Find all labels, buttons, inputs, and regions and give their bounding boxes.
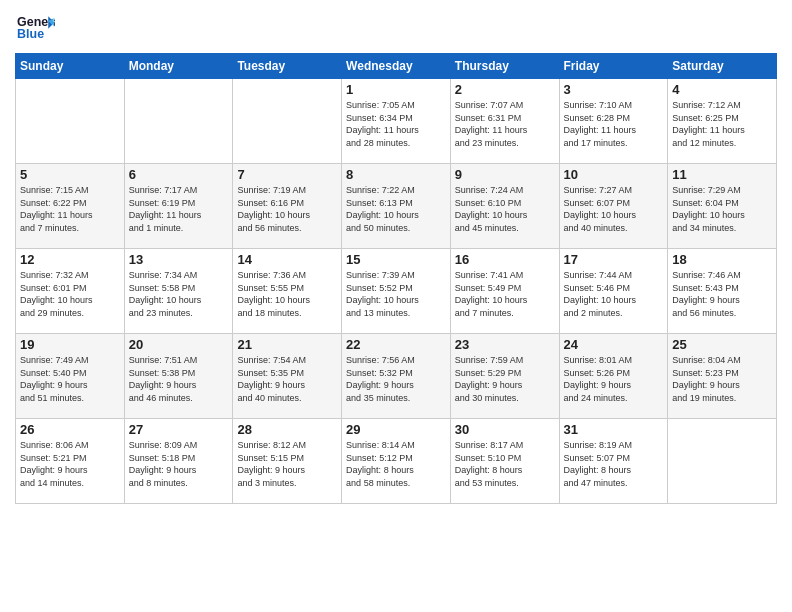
day-number: 8 bbox=[346, 167, 446, 182]
day-info: Sunrise: 7:49 AM Sunset: 5:40 PM Dayligh… bbox=[20, 354, 120, 404]
day-info: Sunrise: 7:12 AM Sunset: 6:25 PM Dayligh… bbox=[672, 99, 772, 149]
day-info: Sunrise: 8:06 AM Sunset: 5:21 PM Dayligh… bbox=[20, 439, 120, 489]
day-number: 6 bbox=[129, 167, 229, 182]
calendar-cell: 28Sunrise: 8:12 AM Sunset: 5:15 PM Dayli… bbox=[233, 419, 342, 504]
day-number: 28 bbox=[237, 422, 337, 437]
week-row-1: 1Sunrise: 7:05 AM Sunset: 6:34 PM Daylig… bbox=[16, 79, 777, 164]
day-number: 16 bbox=[455, 252, 555, 267]
day-info: Sunrise: 7:17 AM Sunset: 6:19 PM Dayligh… bbox=[129, 184, 229, 234]
day-number: 5 bbox=[20, 167, 120, 182]
day-info: Sunrise: 8:01 AM Sunset: 5:26 PM Dayligh… bbox=[564, 354, 664, 404]
calendar-cell bbox=[16, 79, 125, 164]
svg-text:Blue: Blue bbox=[17, 27, 44, 41]
day-number: 20 bbox=[129, 337, 229, 352]
day-info: Sunrise: 7:32 AM Sunset: 6:01 PM Dayligh… bbox=[20, 269, 120, 319]
calendar-cell: 5Sunrise: 7:15 AM Sunset: 6:22 PM Daylig… bbox=[16, 164, 125, 249]
calendar-cell: 20Sunrise: 7:51 AM Sunset: 5:38 PM Dayli… bbox=[124, 334, 233, 419]
week-row-3: 12Sunrise: 7:32 AM Sunset: 6:01 PM Dayli… bbox=[16, 249, 777, 334]
calendar-cell: 17Sunrise: 7:44 AM Sunset: 5:46 PM Dayli… bbox=[559, 249, 668, 334]
day-info: Sunrise: 7:41 AM Sunset: 5:49 PM Dayligh… bbox=[455, 269, 555, 319]
day-number: 7 bbox=[237, 167, 337, 182]
weekday-header-tuesday: Tuesday bbox=[233, 54, 342, 79]
day-number: 12 bbox=[20, 252, 120, 267]
day-number: 24 bbox=[564, 337, 664, 352]
calendar-cell: 29Sunrise: 8:14 AM Sunset: 5:12 PM Dayli… bbox=[342, 419, 451, 504]
day-number: 27 bbox=[129, 422, 229, 437]
weekday-header-thursday: Thursday bbox=[450, 54, 559, 79]
day-info: Sunrise: 7:19 AM Sunset: 6:16 PM Dayligh… bbox=[237, 184, 337, 234]
calendar-container: General Blue SundayMondayTuesdayWednesda… bbox=[0, 0, 792, 509]
weekday-header-wednesday: Wednesday bbox=[342, 54, 451, 79]
calendar-cell: 21Sunrise: 7:54 AM Sunset: 5:35 PM Dayli… bbox=[233, 334, 342, 419]
calendar-cell: 1Sunrise: 7:05 AM Sunset: 6:34 PM Daylig… bbox=[342, 79, 451, 164]
day-number: 3 bbox=[564, 82, 664, 97]
day-info: Sunrise: 7:27 AM Sunset: 6:07 PM Dayligh… bbox=[564, 184, 664, 234]
day-number: 10 bbox=[564, 167, 664, 182]
week-row-2: 5Sunrise: 7:15 AM Sunset: 6:22 PM Daylig… bbox=[16, 164, 777, 249]
day-number: 19 bbox=[20, 337, 120, 352]
calendar-cell: 7Sunrise: 7:19 AM Sunset: 6:16 PM Daylig… bbox=[233, 164, 342, 249]
day-number: 30 bbox=[455, 422, 555, 437]
day-info: Sunrise: 8:17 AM Sunset: 5:10 PM Dayligh… bbox=[455, 439, 555, 489]
day-info: Sunrise: 7:44 AM Sunset: 5:46 PM Dayligh… bbox=[564, 269, 664, 319]
calendar-cell: 14Sunrise: 7:36 AM Sunset: 5:55 PM Dayli… bbox=[233, 249, 342, 334]
logo-icon: General Blue bbox=[15, 10, 55, 45]
calendar-cell: 10Sunrise: 7:27 AM Sunset: 6:07 PM Dayli… bbox=[559, 164, 668, 249]
calendar-cell: 4Sunrise: 7:12 AM Sunset: 6:25 PM Daylig… bbox=[668, 79, 777, 164]
day-info: Sunrise: 7:24 AM Sunset: 6:10 PM Dayligh… bbox=[455, 184, 555, 234]
week-row-5: 26Sunrise: 8:06 AM Sunset: 5:21 PM Dayli… bbox=[16, 419, 777, 504]
day-number: 13 bbox=[129, 252, 229, 267]
calendar-cell: 11Sunrise: 7:29 AM Sunset: 6:04 PM Dayli… bbox=[668, 164, 777, 249]
day-info: Sunrise: 7:51 AM Sunset: 5:38 PM Dayligh… bbox=[129, 354, 229, 404]
weekday-header-sunday: Sunday bbox=[16, 54, 125, 79]
day-number: 15 bbox=[346, 252, 446, 267]
calendar-cell: 9Sunrise: 7:24 AM Sunset: 6:10 PM Daylig… bbox=[450, 164, 559, 249]
day-info: Sunrise: 7:22 AM Sunset: 6:13 PM Dayligh… bbox=[346, 184, 446, 234]
day-number: 14 bbox=[237, 252, 337, 267]
calendar-cell: 24Sunrise: 8:01 AM Sunset: 5:26 PM Dayli… bbox=[559, 334, 668, 419]
calendar-cell: 31Sunrise: 8:19 AM Sunset: 5:07 PM Dayli… bbox=[559, 419, 668, 504]
day-info: Sunrise: 7:56 AM Sunset: 5:32 PM Dayligh… bbox=[346, 354, 446, 404]
day-number: 21 bbox=[237, 337, 337, 352]
calendar-cell bbox=[668, 419, 777, 504]
calendar-cell: 18Sunrise: 7:46 AM Sunset: 5:43 PM Dayli… bbox=[668, 249, 777, 334]
calendar-cell: 13Sunrise: 7:34 AM Sunset: 5:58 PM Dayli… bbox=[124, 249, 233, 334]
day-number: 11 bbox=[672, 167, 772, 182]
calendar-cell: 30Sunrise: 8:17 AM Sunset: 5:10 PM Dayli… bbox=[450, 419, 559, 504]
calendar-cell: 26Sunrise: 8:06 AM Sunset: 5:21 PM Dayli… bbox=[16, 419, 125, 504]
day-number: 1 bbox=[346, 82, 446, 97]
calendar-cell: 19Sunrise: 7:49 AM Sunset: 5:40 PM Dayli… bbox=[16, 334, 125, 419]
calendar-cell: 3Sunrise: 7:10 AM Sunset: 6:28 PM Daylig… bbox=[559, 79, 668, 164]
day-info: Sunrise: 8:04 AM Sunset: 5:23 PM Dayligh… bbox=[672, 354, 772, 404]
calendar-cell: 6Sunrise: 7:17 AM Sunset: 6:19 PM Daylig… bbox=[124, 164, 233, 249]
day-info: Sunrise: 7:15 AM Sunset: 6:22 PM Dayligh… bbox=[20, 184, 120, 234]
calendar-cell: 27Sunrise: 8:09 AM Sunset: 5:18 PM Dayli… bbox=[124, 419, 233, 504]
day-info: Sunrise: 7:36 AM Sunset: 5:55 PM Dayligh… bbox=[237, 269, 337, 319]
day-number: 4 bbox=[672, 82, 772, 97]
calendar-table: SundayMondayTuesdayWednesdayThursdayFrid… bbox=[15, 53, 777, 504]
header: General Blue bbox=[15, 10, 777, 45]
day-info: Sunrise: 7:54 AM Sunset: 5:35 PM Dayligh… bbox=[237, 354, 337, 404]
day-info: Sunrise: 7:46 AM Sunset: 5:43 PM Dayligh… bbox=[672, 269, 772, 319]
week-row-4: 19Sunrise: 7:49 AM Sunset: 5:40 PM Dayli… bbox=[16, 334, 777, 419]
day-number: 31 bbox=[564, 422, 664, 437]
day-number: 26 bbox=[20, 422, 120, 437]
calendar-cell bbox=[124, 79, 233, 164]
calendar-cell: 8Sunrise: 7:22 AM Sunset: 6:13 PM Daylig… bbox=[342, 164, 451, 249]
day-info: Sunrise: 7:34 AM Sunset: 5:58 PM Dayligh… bbox=[129, 269, 229, 319]
day-number: 29 bbox=[346, 422, 446, 437]
calendar-cell: 25Sunrise: 8:04 AM Sunset: 5:23 PM Dayli… bbox=[668, 334, 777, 419]
calendar-cell: 15Sunrise: 7:39 AM Sunset: 5:52 PM Dayli… bbox=[342, 249, 451, 334]
day-info: Sunrise: 7:05 AM Sunset: 6:34 PM Dayligh… bbox=[346, 99, 446, 149]
calendar-cell: 22Sunrise: 7:56 AM Sunset: 5:32 PM Dayli… bbox=[342, 334, 451, 419]
day-number: 2 bbox=[455, 82, 555, 97]
calendar-cell: 16Sunrise: 7:41 AM Sunset: 5:49 PM Dayli… bbox=[450, 249, 559, 334]
day-number: 9 bbox=[455, 167, 555, 182]
day-number: 22 bbox=[346, 337, 446, 352]
day-number: 25 bbox=[672, 337, 772, 352]
calendar-cell: 23Sunrise: 7:59 AM Sunset: 5:29 PM Dayli… bbox=[450, 334, 559, 419]
weekday-header-monday: Monday bbox=[124, 54, 233, 79]
weekday-header-friday: Friday bbox=[559, 54, 668, 79]
calendar-cell bbox=[233, 79, 342, 164]
day-info: Sunrise: 7:29 AM Sunset: 6:04 PM Dayligh… bbox=[672, 184, 772, 234]
